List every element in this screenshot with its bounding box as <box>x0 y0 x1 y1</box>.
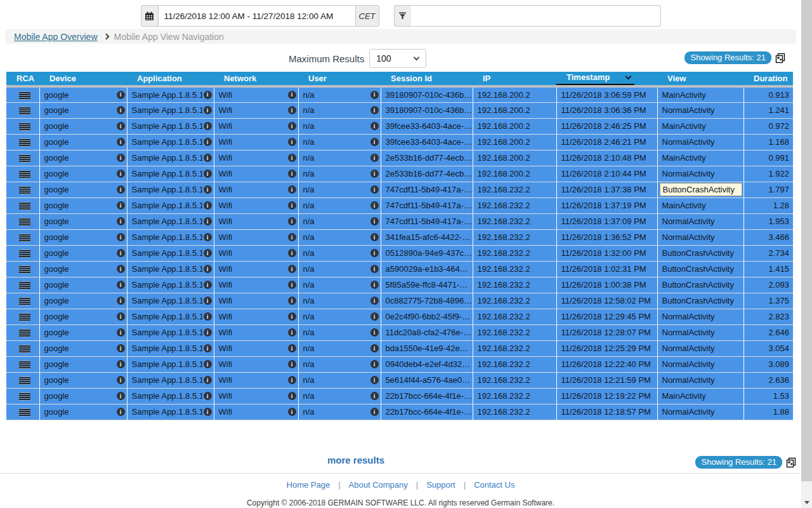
info-circle-icon[interactable]: i <box>370 122 379 130</box>
table-row[interactable]: googleiSample App.1.8.5.1-SNiWifiin/ai39… <box>6 102 793 118</box>
footer-link-about[interactable]: About Company <box>349 480 408 490</box>
info-circle-icon[interactable]: i <box>117 122 125 130</box>
info-circle-icon[interactable]: i <box>204 138 212 146</box>
info-circle-icon[interactable]: i <box>204 154 212 162</box>
column-header-device[interactable]: Device <box>39 72 127 86</box>
info-circle-icon[interactable]: i <box>288 392 296 400</box>
info-circle-icon[interactable]: i <box>204 360 212 368</box>
column-header-timestamp[interactable]: Timestamp <box>556 72 657 86</box>
info-circle-icon[interactable]: i <box>288 281 296 289</box>
scrollbar[interactable] <box>801 0 812 508</box>
info-circle-icon[interactable]: i <box>370 344 379 352</box>
table-row[interactable]: googleiSample App.1.8.5.1-SNiWifiin/ai2e… <box>6 150 793 166</box>
info-circle-icon[interactable]: i <box>288 376 296 384</box>
table-row[interactable]: googleiSample App.1.8.5.1-SNiWifiin/aibd… <box>6 340 793 356</box>
info-circle-icon[interactable]: i <box>117 328 125 337</box>
scrollbar-thumb[interactable] <box>801 0 812 481</box>
table-row[interactable]: googleiSample App.1.8.5.1-SNiWifiin/ai74… <box>6 182 793 197</box>
info-circle-icon[interactable]: i <box>204 217 212 225</box>
info-circle-icon[interactable]: i <box>117 249 125 257</box>
rca-log-icon[interactable] <box>19 170 30 178</box>
column-header-duration[interactable]: Duration <box>743 72 793 86</box>
column-header-network[interactable]: Network <box>214 72 298 86</box>
table-row[interactable]: googleiSample App.1.8.5.1-SNiWifiin/ai34… <box>6 229 793 245</box>
info-circle-icon[interactable]: i <box>288 217 296 225</box>
info-circle-icon[interactable]: i <box>288 138 296 146</box>
info-circle-icon[interactable]: i <box>204 249 212 257</box>
info-circle-icon[interactable]: i <box>117 138 125 146</box>
info-circle-icon[interactable]: i <box>117 312 125 321</box>
info-circle-icon[interactable]: i <box>370 170 379 178</box>
info-circle-icon[interactable]: i <box>288 249 296 257</box>
table-row[interactable]: googleiSample App.1.8.5.1-SNiWifiin/ai09… <box>6 356 793 372</box>
info-circle-icon[interactable]: i <box>204 265 212 273</box>
info-circle-icon[interactable]: i <box>370 408 379 416</box>
column-header-session-id[interactable]: Session Id <box>381 72 473 86</box>
info-circle-icon[interactable]: i <box>288 328 296 337</box>
info-circle-icon[interactable]: i <box>204 201 212 210</box>
info-circle-icon[interactable]: i <box>204 185 212 194</box>
rca-log-icon[interactable] <box>19 218 30 226</box>
info-circle-icon[interactable]: i <box>204 408 212 416</box>
info-circle-icon[interactable]: i <box>370 328 379 337</box>
info-circle-icon[interactable]: i <box>288 265 296 273</box>
rca-log-icon[interactable] <box>19 123 30 131</box>
info-circle-icon[interactable]: i <box>370 360 379 368</box>
info-circle-icon[interactable]: i <box>117 91 125 99</box>
rca-log-icon[interactable] <box>19 377 30 385</box>
info-circle-icon[interactable]: i <box>204 297 212 305</box>
scrollbar-down-arrow-icon[interactable] <box>801 497 812 508</box>
info-circle-icon[interactable]: i <box>370 106 379 114</box>
info-circle-icon[interactable]: i <box>288 360 296 368</box>
max-results-select[interactable]: 100 <box>369 49 426 68</box>
table-row[interactable]: googleiSample App.1.8.5.1-SNiWifiin/ai0c… <box>6 293 793 309</box>
rca-log-icon[interactable] <box>19 202 30 210</box>
info-circle-icon[interactable]: i <box>288 201 296 210</box>
info-circle-icon[interactable]: i <box>370 265 379 273</box>
table-row[interactable]: googleiSample App.1.8.5.1-SNiWifiin/ai39… <box>6 118 793 134</box>
info-circle-icon[interactable]: i <box>288 122 296 130</box>
info-circle-icon[interactable]: i <box>288 297 296 305</box>
info-circle-icon[interactable]: i <box>204 376 212 384</box>
info-circle-icon[interactable]: i <box>117 217 125 225</box>
column-header-rca[interactable]: RCA <box>6 72 39 86</box>
rca-log-icon[interactable] <box>19 234 30 242</box>
info-circle-icon[interactable]: i <box>117 344 125 352</box>
info-circle-icon[interactable]: i <box>204 328 212 337</box>
table-row[interactable]: googleiSample App.1.8.5.1-SNiWifiin/ai5e… <box>6 372 793 388</box>
rca-log-icon[interactable] <box>19 345 30 353</box>
calendar-button[interactable] <box>141 5 158 27</box>
info-circle-icon[interactable]: i <box>117 360 125 368</box>
info-circle-icon[interactable]: i <box>370 233 379 241</box>
info-circle-icon[interactable]: i <box>370 91 379 99</box>
info-circle-icon[interactable]: i <box>288 170 296 178</box>
table-row[interactable]: googleiSample App.1.8.5.1-SNiWifiin/ai2e… <box>6 166 793 182</box>
info-circle-icon[interactable]: i <box>204 392 212 400</box>
info-circle-icon[interactable]: i <box>117 408 125 416</box>
info-circle-icon[interactable]: i <box>288 106 296 114</box>
rca-log-icon[interactable] <box>19 91 30 100</box>
info-circle-icon[interactable]: i <box>117 376 125 384</box>
info-circle-icon[interactable]: i <box>370 392 379 400</box>
rca-log-icon[interactable] <box>19 329 30 337</box>
info-circle-icon[interactable]: i <box>288 233 296 241</box>
info-circle-icon[interactable]: i <box>288 408 296 416</box>
table-row[interactable]: googleiSample App.1.8.5.1-SNiWifiin/ai22… <box>6 388 793 404</box>
info-circle-icon[interactable]: i <box>288 154 296 162</box>
info-circle-icon[interactable]: i <box>370 376 379 384</box>
info-circle-icon[interactable]: i <box>117 185 125 194</box>
table-row[interactable]: googleiSample App.1.8.5.1-SNiWifiin/ai22… <box>6 404 793 420</box>
filter-input[interactable] <box>411 5 661 27</box>
column-header-application[interactable]: Application <box>127 72 214 86</box>
table-row[interactable]: googleiSample App.1.8.5.1-SNiWifiin/ai5f… <box>6 277 793 293</box>
footer-link-support[interactable]: Support <box>426 480 455 490</box>
rca-log-icon[interactable] <box>19 107 30 115</box>
info-circle-icon[interactable]: i <box>117 297 125 305</box>
info-circle-icon[interactable]: i <box>204 106 212 114</box>
info-circle-icon[interactable]: i <box>117 281 125 289</box>
view-cell-highlight[interactable]: ButtonCrashActivity <box>660 183 742 196</box>
info-circle-icon[interactable]: i <box>370 138 379 146</box>
info-circle-icon[interactable]: i <box>117 106 125 114</box>
info-circle-icon[interactable]: i <box>288 91 296 99</box>
rca-log-icon[interactable] <box>19 361 30 369</box>
